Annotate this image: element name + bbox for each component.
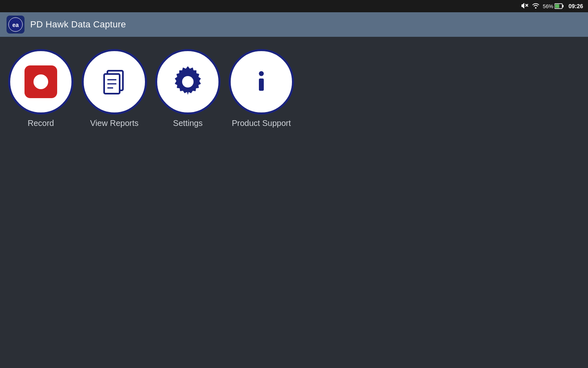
product-support-label: Product Support [232, 119, 291, 128]
record-icon [24, 65, 57, 98]
app-header: ea PD Hawk Data Capture [0, 12, 588, 37]
svg-rect-15 [259, 79, 264, 91]
app-logo: ea [7, 16, 24, 34]
record-button[interactable]: Record [8, 49, 74, 128]
battery-indicator: 56% [543, 3, 564, 9]
product-support-circle-icon [229, 49, 294, 114]
record-circle-icon [8, 49, 74, 114]
view-reports-circle-icon [82, 49, 147, 114]
svg-point-14 [259, 71, 264, 76]
settings-icon [167, 61, 208, 102]
svg-rect-3 [563, 5, 564, 7]
svg-rect-4 [555, 4, 559, 8]
settings-label: Settings [173, 119, 203, 128]
view-reports-button[interactable]: View Reports [82, 49, 147, 128]
view-reports-label: View Reports [90, 119, 139, 128]
status-bar: 56% 09:26 [0, 0, 588, 12]
app-title: PD Hawk Data Capture [30, 19, 126, 30]
svg-point-13 [182, 76, 194, 88]
main-content: Record View Reports [0, 37, 588, 368]
product-support-button[interactable]: Product Support [229, 49, 294, 128]
settings-circle-icon [155, 49, 220, 114]
mute-icon [521, 3, 529, 10]
wifi-icon [532, 3, 539, 10]
record-label: Record [28, 119, 54, 128]
buttons-row: Record View Reports [8, 49, 294, 128]
svg-text:ea: ea [12, 22, 19, 28]
record-dot [33, 74, 48, 89]
settings-button[interactable]: Settings [155, 49, 220, 128]
clock: 09:26 [568, 3, 583, 9]
info-icon [241, 61, 282, 102]
reports-icon [96, 63, 133, 100]
